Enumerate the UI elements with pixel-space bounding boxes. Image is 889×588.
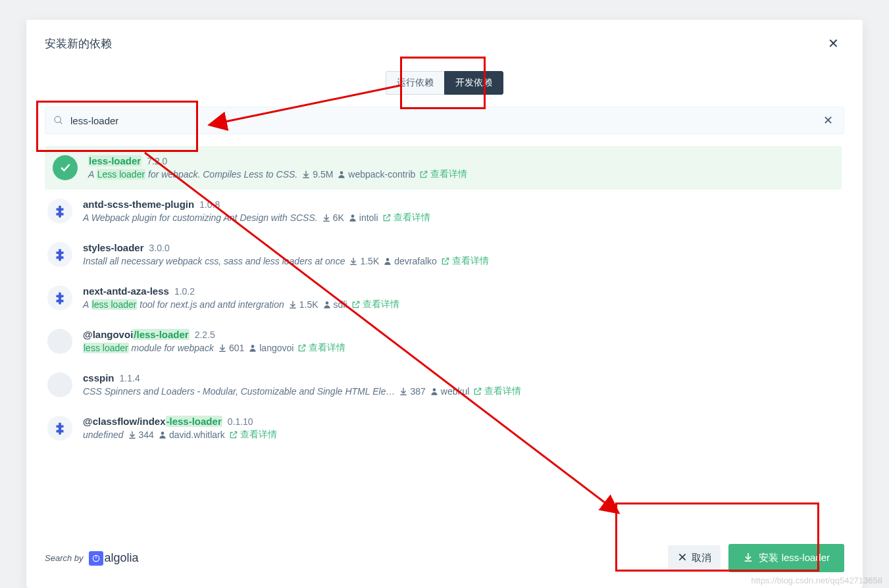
package-name: antd-scss-theme-plugin bbox=[83, 199, 194, 210]
package-owner: langovoi bbox=[248, 343, 293, 353]
download-count: 6K bbox=[322, 212, 344, 223]
result-body: csspin1.1.4CSS Spinners and Loaders - Mo… bbox=[83, 372, 836, 397]
package-name: @classflow/index-less-loader bbox=[83, 416, 222, 427]
close-button[interactable]: ✕ bbox=[823, 33, 844, 54]
package-description: Install all necessary webpack css, sass … bbox=[83, 256, 345, 266]
package-description: A Less loader for webpack. Compiles Less… bbox=[88, 169, 297, 180]
svg-point-4 bbox=[386, 258, 390, 261]
svg-point-3 bbox=[351, 214, 354, 218]
modal-footer: Search by algolia 取消 安装 less-loader bbox=[26, 531, 863, 588]
svg-line-1 bbox=[60, 122, 62, 124]
footer-actions: 取消 安装 less-loader bbox=[668, 544, 844, 572]
avatar bbox=[47, 329, 72, 354]
package-version: 3.0.0 bbox=[149, 243, 170, 253]
package-version: 2.2.5 bbox=[195, 330, 215, 340]
close-icon bbox=[677, 552, 688, 564]
tab-runtime-deps[interactable]: 运行依赖 bbox=[386, 71, 444, 95]
package-description: CSS Spinners and Loaders - Modular, Cust… bbox=[83, 386, 395, 397]
plugin-icon bbox=[47, 242, 72, 267]
download-icon bbox=[743, 552, 753, 564]
result-body: styles-loader3.0.0Install all necessary … bbox=[83, 242, 836, 267]
package-owner: sdli bbox=[322, 299, 347, 310]
install-label: 安装 less-loader bbox=[759, 552, 830, 564]
download-count: 1.5K bbox=[349, 256, 379, 266]
package-name: styles-loader bbox=[83, 242, 144, 253]
package-owner: webkul bbox=[430, 386, 470, 397]
result-body: @langovoi/less-loader2.2.5less loader mo… bbox=[83, 329, 836, 354]
package-version: 1.0.2 bbox=[174, 286, 195, 297]
plugin-icon bbox=[47, 199, 72, 224]
view-details-link[interactable]: 查看详情 bbox=[297, 342, 345, 354]
result-item[interactable]: csspin1.1.4CSS Spinners and Loaders - Mo… bbox=[45, 363, 842, 406]
view-details-link[interactable]: 查看详情 bbox=[382, 212, 430, 224]
result-item[interactable]: antd-scss-theme-plugin1.0.8A Webpack plu… bbox=[45, 189, 842, 233]
algolia-logo: algolia bbox=[89, 551, 139, 566]
download-count: 344 bbox=[128, 429, 154, 440]
result-item[interactable]: next-antd-aza-less1.0.2A less loader too… bbox=[45, 276, 842, 320]
svg-point-7 bbox=[432, 388, 436, 391]
result-item[interactable]: styles-loader3.0.0Install all necessary … bbox=[45, 233, 842, 276]
download-count: 1.5K bbox=[288, 299, 318, 310]
install-button[interactable]: 安装 less-loader bbox=[728, 544, 844, 572]
svg-point-0 bbox=[55, 116, 61, 122]
package-owner: intoli bbox=[348, 212, 378, 223]
package-owner: webpack-contrib bbox=[337, 169, 415, 180]
plugin-icon bbox=[47, 416, 72, 441]
view-details-link[interactable]: 查看详情 bbox=[473, 385, 521, 397]
svg-point-5 bbox=[325, 301, 328, 305]
result-body: @classflow/index-less-loader0.1.10undefi… bbox=[83, 416, 836, 441]
result-body: less-loader7.2.0A Less loader for webpac… bbox=[88, 155, 836, 180]
modal-header: 安装新的依赖 ✕ bbox=[26, 20, 863, 59]
modal-title: 安装新的依赖 bbox=[45, 36, 112, 51]
result-body: next-antd-aza-less1.0.2A less loader too… bbox=[83, 285, 836, 310]
package-version: 7.2.0 bbox=[147, 156, 167, 166]
package-name: less-loader bbox=[88, 155, 141, 166]
algolia-mark-icon bbox=[89, 551, 103, 566]
package-name: next-antd-aza-less bbox=[83, 285, 169, 297]
package-description: less loader module for webpack bbox=[83, 343, 214, 353]
install-dependency-modal: 安装新的依赖 ✕ 运行依赖 开发依赖 ✕ less-loader7.2.0A L… bbox=[26, 20, 863, 588]
package-name: csspin bbox=[83, 372, 114, 383]
package-version: 0.1.10 bbox=[228, 416, 253, 427]
download-count: 387 bbox=[399, 386, 425, 397]
package-description: A Webpack plugin for customizing Ant Des… bbox=[83, 212, 318, 223]
watermark: https://blog.csdn.net/qq542713658 bbox=[751, 576, 883, 585]
package-description: A less loader tool for next.js and antd … bbox=[83, 299, 284, 310]
algolia-badge: Search by algolia bbox=[45, 551, 139, 566]
download-count: 601 bbox=[218, 343, 244, 353]
view-details-link[interactable]: 查看详情 bbox=[351, 299, 399, 310]
result-item[interactable]: @classflow/index-less-loader0.1.10undefi… bbox=[45, 406, 842, 450]
view-details-link[interactable]: 查看详情 bbox=[229, 429, 277, 441]
tab-dev-deps[interactable]: 开发依赖 bbox=[444, 71, 503, 95]
results-list[interactable]: less-loader7.2.0A Less loader for webpac… bbox=[45, 146, 844, 531]
search-input[interactable] bbox=[70, 115, 821, 126]
svg-point-8 bbox=[161, 431, 165, 435]
view-details-link[interactable]: 查看详情 bbox=[419, 168, 467, 180]
search-by-label: Search by bbox=[45, 553, 84, 563]
package-version: 1.1.4 bbox=[120, 373, 140, 383]
result-item[interactable]: @langovoi/less-loader2.2.5less loader mo… bbox=[45, 320, 842, 363]
download-count: 9.5M bbox=[301, 169, 333, 180]
cancel-button[interactable]: 取消 bbox=[668, 545, 721, 571]
avatar bbox=[47, 372, 72, 397]
view-details-link[interactable]: 查看详情 bbox=[441, 255, 489, 267]
svg-point-2 bbox=[340, 171, 343, 174]
package-version: 1.0.8 bbox=[199, 199, 220, 210]
search-field[interactable]: ✕ bbox=[45, 107, 844, 134]
svg-point-6 bbox=[251, 345, 255, 348]
check-icon bbox=[53, 155, 78, 180]
result-body: antd-scss-theme-plugin1.0.8A Webpack plu… bbox=[83, 199, 836, 224]
cancel-label: 取消 bbox=[692, 552, 711, 564]
package-owner: david.whitlark bbox=[158, 429, 225, 440]
package-name: @langovoi/less-loader bbox=[83, 329, 190, 340]
plugin-icon bbox=[47, 285, 72, 310]
package-owner: devrafalko bbox=[383, 256, 437, 266]
dependency-type-tabs: 运行依赖 开发依赖 bbox=[26, 71, 863, 95]
package-description: undefined bbox=[83, 429, 124, 440]
clear-search-button[interactable]: ✕ bbox=[821, 110, 836, 130]
search-icon bbox=[53, 115, 64, 126]
result-item[interactable]: less-loader7.2.0A Less loader for webpac… bbox=[45, 146, 842, 189]
